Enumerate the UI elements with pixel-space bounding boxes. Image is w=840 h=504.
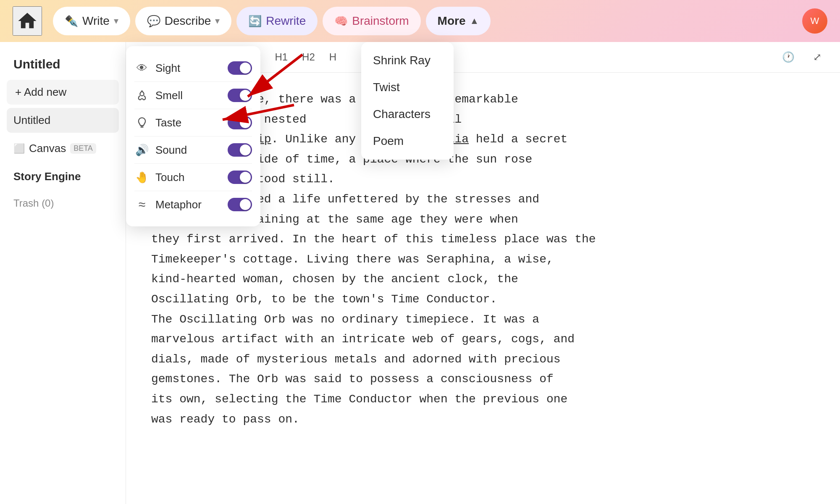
sidebar-item-canvas-label: Canvas xyxy=(29,142,66,155)
sense-metaphor-row: ≈ Metaphor xyxy=(134,191,252,218)
touch-icon: 🤚 xyxy=(134,170,150,185)
trash-label: Trash (0) xyxy=(13,197,54,209)
write-button[interactable]: ✒️ Write ▾ xyxy=(53,7,130,35)
sound-toggle[interactable] xyxy=(228,143,252,157)
editor-paragraph-14: dials, made of mysterious metals and ado… xyxy=(151,349,815,370)
metaphor-icon: ≈ xyxy=(134,197,150,212)
story-engine-label: Story Engine xyxy=(13,170,81,183)
dropdown-shrink-ray[interactable]: Shrink Ray xyxy=(361,47,454,74)
editor-paragraph-17: was ready to pass on. xyxy=(151,410,815,430)
sidebar-item-canvas[interactable]: ⬜ Canvas BETA xyxy=(7,136,119,161)
more-dropdown: Shrink Ray Twist Characters Poem xyxy=(361,42,454,160)
touch-label: Touch xyxy=(155,171,222,184)
poem-label: Poem xyxy=(373,134,404,147)
editor-toolbar-right: 🕐 ⤢ xyxy=(776,48,827,66)
avatar[interactable]: W xyxy=(802,8,827,34)
sense-smell-row: Smell xyxy=(134,82,252,109)
sidebar: Untitled + Add new Untitled ⬜ Canvas BET… xyxy=(0,42,126,504)
describe-label: Describe xyxy=(165,14,211,28)
metaphor-toggle[interactable] xyxy=(228,198,252,211)
history-button[interactable]: 🕐 xyxy=(776,48,801,66)
brainstorm-button[interactable]: 🧠 Brainstorm xyxy=(323,7,420,35)
dropdown-twist[interactable]: Twist xyxy=(361,74,454,101)
sense-sight-row: 👁 Sight xyxy=(134,55,252,82)
editor-paragraph-13: marvelous artifact with an intricate web… xyxy=(151,329,815,349)
canvas-beta-badge: BETA xyxy=(70,143,96,154)
taste-toggle[interactable] xyxy=(228,116,252,129)
sight-toggle[interactable] xyxy=(228,61,252,75)
editor-paragraph-8: they first arrived. In the heart of this… xyxy=(151,229,815,249)
write-chevron: ▾ xyxy=(114,16,118,26)
sight-label: Sight xyxy=(155,62,222,75)
write-label: Write xyxy=(82,14,110,28)
sense-sound-row: 🔊 Sound xyxy=(134,136,252,164)
sense-panel: 👁 Sight Smell Taste 🔊 Sound 🤚 Touch ≈ Me… xyxy=(126,46,260,226)
editor-paragraph-15: gemstones. The Orb was said to possess a… xyxy=(151,369,815,389)
more-label: More xyxy=(438,14,466,28)
editor-paragraph-10: kind-hearted woman, chosen by the ancien… xyxy=(151,269,815,289)
more-button[interactable]: More ▲ xyxy=(426,7,491,35)
top-bar: ✒️ Write ▾ 💬 Describe ▾ 🔄 Rewrite 🧠 Brai… xyxy=(0,0,840,42)
editor-paragraph-16: its own, selecting the Time Conductor wh… xyxy=(151,389,815,410)
dropdown-poem[interactable]: Poem xyxy=(361,128,454,155)
editor-paragraph-9: Timekeeper's cottage. Living there was S… xyxy=(151,249,815,270)
home-button[interactable] xyxy=(13,6,42,36)
canvas-icon: ⬜ xyxy=(13,143,25,154)
brainstorm-label: Brainstorm xyxy=(352,14,409,28)
sidebar-item-story-engine[interactable]: Story Engine xyxy=(7,164,119,189)
sidebar-item-untitled-label: Untitled xyxy=(13,114,50,126)
rewrite-button[interactable]: 🔄 Rewrite xyxy=(236,7,318,35)
sound-icon: 🔊 xyxy=(134,142,150,158)
sidebar-item-trash[interactable]: Trash (0) xyxy=(7,192,119,214)
sense-taste-row: Taste xyxy=(134,109,252,136)
shrink-ray-label: Shrink Ray xyxy=(373,54,430,67)
smell-label: Smell xyxy=(155,89,222,102)
rewrite-label: Rewrite xyxy=(266,14,306,28)
add-new-button[interactable]: + Add new xyxy=(7,80,119,105)
metaphor-label: Metaphor xyxy=(155,198,222,211)
sidebar-document-title: Untitled xyxy=(7,52,119,76)
sense-touch-row: 🤚 Touch xyxy=(134,164,252,191)
sound-label: Sound xyxy=(155,144,222,157)
taste-label: Taste xyxy=(155,116,222,129)
format-h1-button[interactable]: H1 xyxy=(269,48,294,66)
more-chevron-up-icon: ▲ xyxy=(470,16,479,26)
describe-chevron: ▾ xyxy=(215,16,220,26)
format-h3-button[interactable]: H xyxy=(323,48,342,66)
expand-button[interactable]: ⤢ xyxy=(807,48,827,66)
editor-paragraph-12: The Oscillating Orb was no ordinary time… xyxy=(151,310,815,330)
touch-toggle[interactable] xyxy=(228,171,252,184)
sidebar-item-untitled[interactable]: Untitled xyxy=(7,108,119,133)
characters-label: Characters xyxy=(373,108,430,121)
dropdown-characters[interactable]: Characters xyxy=(361,101,454,128)
sight-icon: 👁 xyxy=(134,60,150,76)
toolbar-group: ✒️ Write ▾ 💬 Describe ▾ 🔄 Rewrite 🧠 Brai… xyxy=(53,7,491,35)
smell-toggle[interactable] xyxy=(228,89,252,102)
home-icon xyxy=(16,10,38,32)
twist-label: Twist xyxy=(373,81,400,94)
smell-icon xyxy=(134,88,150,103)
taste-icon xyxy=(134,115,150,130)
format-h2-button[interactable]: H2 xyxy=(296,48,321,66)
editor-paragraph-11: Oscillating Orb, to be the town's Time C… xyxy=(151,289,815,310)
describe-button[interactable]: 💬 Describe ▾ xyxy=(135,7,231,35)
add-new-label: + Add new xyxy=(15,86,66,99)
